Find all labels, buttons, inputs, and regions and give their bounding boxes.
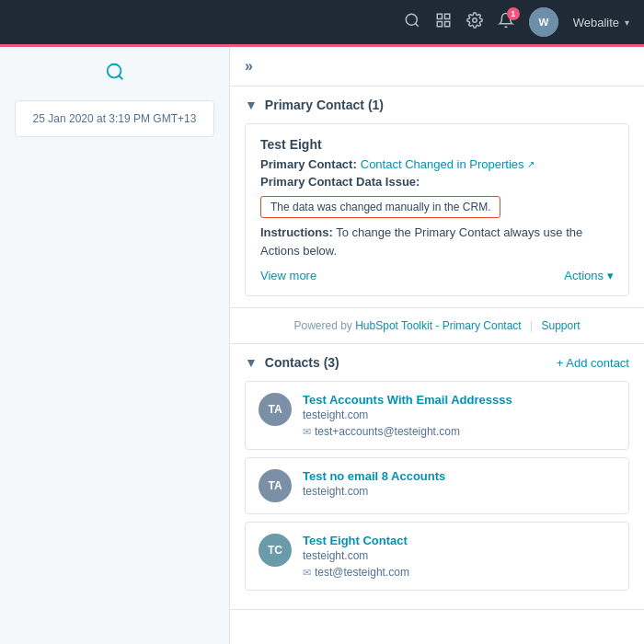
- contact-card-3: TC Test Eight Contact testeight.com ✉ te…: [245, 522, 629, 591]
- main-layout: 25 Jan 2020 at 3:19 PM GMT+13 » ▼ Primar…: [0, 47, 644, 644]
- expand-arrows-icon[interactable]: »: [245, 58, 253, 74]
- svg-rect-3: [444, 14, 449, 18]
- instructions-text: Instructions: To change the Primary Cont…: [260, 224, 614, 259]
- data-issue-text: The data was changed manually in the CRM…: [270, 201, 490, 213]
- sidebar: 25 Jan 2020 at 3:19 PM GMT+13: [0, 47, 230, 644]
- contacts-section: ▼ Contacts (3) + Add contact TA Test Acc…: [230, 344, 644, 610]
- apps-icon[interactable]: [435, 12, 452, 33]
- user-menu-chevron-icon: ▾: [625, 17, 629, 28]
- primary-contact-link[interactable]: Contact Changed in Properties ↗: [361, 157, 535, 171]
- notification-bell[interactable]: 1: [498, 12, 514, 32]
- svg-rect-2: [437, 14, 442, 18]
- contact-card-1: TA Test Accounts With Email Addressss te…: [245, 381, 629, 450]
- notification-count: 1: [507, 7, 520, 20]
- contact-avatar-1: TA: [259, 393, 292, 426]
- contact-avatar-2: TA: [259, 469, 292, 502]
- contact-name-3[interactable]: Test Eight Contact: [303, 534, 615, 547]
- add-contact-button[interactable]: + Add contact: [557, 356, 629, 370]
- svg-point-6: [472, 17, 477, 22]
- avatar: W: [529, 7, 558, 37]
- contact-card-2: TA Test no email 8 Accounts testeight.co…: [245, 457, 629, 514]
- contact-avatar-3: TC: [259, 534, 292, 567]
- sidebar-search[interactable]: [15, 62, 214, 86]
- actions-chevron-icon: ▾: [607, 269, 614, 282]
- hubspot-toolkit-link[interactable]: HubSpot Toolkit - Primary Contact: [355, 319, 522, 332]
- contact-info-2: Test no email 8 Accounts testeight.com: [303, 469, 615, 501]
- sidebar-date: 25 Jan 2020 at 3:19 PM GMT+13: [15, 100, 214, 137]
- primary-contact-section: ▼ Primary Contact (1) Test Eight Primary…: [230, 86, 644, 308]
- contact-info-3: Test Eight Contact testeight.com ✉ test@…: [303, 534, 615, 579]
- svg-line-1: [415, 23, 418, 26]
- contacts-title: Contacts (3): [265, 355, 339, 370]
- instructions-label: Instructions:: [260, 225, 333, 239]
- data-issue-box: The data was changed manually in the CRM…: [260, 196, 500, 218]
- date-text: 25 Jan 2020 at 3:19 PM GMT+13: [33, 112, 197, 125]
- primary-contact-label: Primary Contact:: [260, 157, 357, 171]
- contacts-section-header: ▼ Contacts (3) + Add contact: [245, 355, 629, 370]
- contact-email-3: ✉ test@testeight.com: [303, 566, 615, 579]
- search-icon[interactable]: [404, 12, 420, 33]
- primary-contact-card: Test Eight Primary Contact: Contact Chan…: [245, 123, 629, 296]
- separator: |: [530, 319, 535, 332]
- section-header: ▼ Primary Contact (1): [245, 98, 629, 112]
- user-name-label: Webalite: [573, 16, 619, 29]
- primary-contact-title: Primary Contact (1): [265, 98, 384, 112]
- user-menu[interactable]: Webalite ▾: [573, 16, 629, 29]
- top-navigation: 1 W Webalite ▾: [0, 0, 644, 44]
- external-link-icon: ↗: [527, 159, 535, 169]
- contact-domain-1: testeight.com: [303, 408, 615, 421]
- contacts-collapse-icon[interactable]: ▼: [245, 355, 258, 370]
- svg-text:W: W: [538, 17, 548, 28]
- settings-icon[interactable]: [466, 12, 483, 33]
- svg-point-0: [406, 14, 417, 25]
- svg-point-9: [107, 64, 121, 78]
- contact-name-2[interactable]: Test no email 8 Accounts: [303, 469, 615, 483]
- primary-contact-row: Primary Contact: Contact Changed in Prop…: [260, 157, 614, 171]
- section-collapse-icon[interactable]: ▼: [245, 98, 258, 112]
- data-issue-label: Primary Contact Data Issue:: [260, 175, 420, 189]
- support-link[interactable]: Support: [542, 319, 581, 332]
- contact-domain-3: testeight.com: [303, 549, 615, 562]
- view-more-link[interactable]: View more: [260, 269, 316, 282]
- svg-rect-5: [444, 21, 449, 26]
- expand-bar: »: [230, 47, 644, 86]
- powered-by-bar: Powered by HubSpot Toolkit - Primary Con…: [230, 308, 644, 344]
- powered-by-text: Powered by: [293, 319, 351, 332]
- contact-name-1[interactable]: Test Accounts With Email Addressss: [303, 393, 615, 407]
- actions-button[interactable]: Actions ▾: [564, 269, 614, 282]
- svg-line-10: [119, 75, 122, 79]
- email-icon-1: ✉: [303, 426, 311, 438]
- svg-rect-4: [437, 21, 442, 26]
- card-footer: View more Actions ▾: [260, 269, 614, 282]
- contact-email-1: ✉ test+accounts@testeight.com: [303, 425, 615, 438]
- contact-info-1: Test Accounts With Email Addressss teste…: [303, 393, 615, 438]
- sidebar-search-icon[interactable]: [105, 62, 125, 86]
- content-area: » ▼ Primary Contact (1) Test Eight Prima…: [230, 47, 644, 644]
- contact-card-name: Test Eight: [260, 137, 614, 152]
- contact-domain-2: testeight.com: [303, 485, 615, 498]
- data-issue-row: Primary Contact Data Issue:: [260, 175, 614, 189]
- email-icon-3: ✉: [303, 567, 311, 579]
